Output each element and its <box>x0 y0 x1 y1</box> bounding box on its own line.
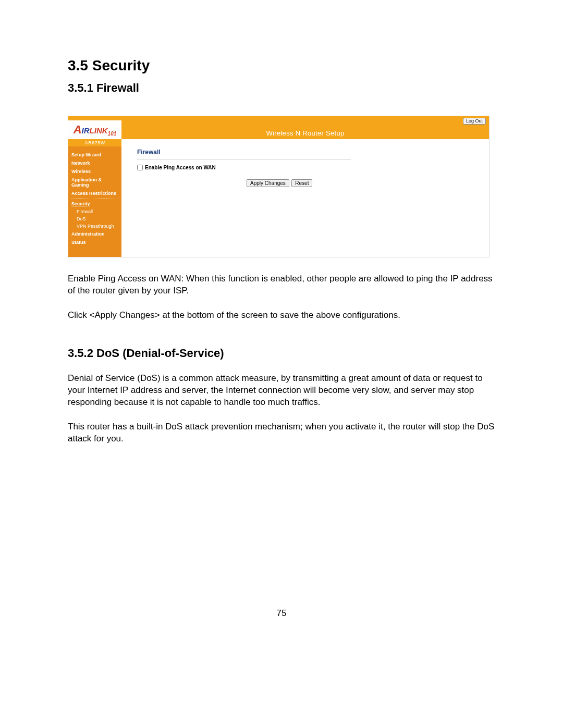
subsection-title-dos: 3.5.2 DoS (Denial-of-Service) <box>68 347 495 360</box>
ping-access-row[interactable]: Enable Ping Access on WAN <box>137 165 473 170</box>
model-label: AR675W <box>68 139 121 146</box>
paragraph-dos-desc: Denial of Service (DoS) is a common atta… <box>68 373 495 409</box>
subsection-title-firewall: 3.5.1 Firewall <box>68 81 495 95</box>
logout-button[interactable]: Log Out <box>463 118 486 125</box>
sidebar-item-status[interactable]: Status <box>71 238 118 246</box>
sidebar: AR675W Setup Wizard Network Wireless App… <box>68 139 121 257</box>
router-content: Firewall Enable Ping Access on WAN Apply… <box>121 139 489 257</box>
sidebar-item-network[interactable]: Network <box>71 159 118 167</box>
sidebar-item-administration[interactable]: Administration <box>71 230 118 238</box>
airlink-logo: AIRLINK101 <box>74 123 117 137</box>
section-title: 3.5 Security <box>68 57 495 74</box>
content-title: Firewall <box>137 149 473 156</box>
sidebar-item-app-gaming[interactable]: Application & Gaming <box>71 176 118 189</box>
sidebar-subitem-dos[interactable]: DoS <box>71 215 118 223</box>
sidebar-item-access-restrictions[interactable]: Access Restrictions <box>71 189 118 198</box>
sidebar-item-wireless[interactable]: Wireless <box>71 167 118 176</box>
ping-access-checkbox[interactable] <box>137 165 143 170</box>
content-divider <box>137 159 351 159</box>
paragraph-ping-desc: Enable Ping Access on WAN: When this fun… <box>68 273 495 297</box>
sidebar-subitem-firewall[interactable]: Firewall <box>71 208 118 215</box>
apply-changes-button[interactable]: Apply Changes <box>247 179 289 187</box>
top-strip: Log Out <box>68 116 489 120</box>
header-band: Wireless N Router Setup <box>121 120 489 139</box>
reset-button[interactable]: Reset <box>291 179 312 187</box>
ping-access-label: Enable Ping Access on WAN <box>145 165 216 170</box>
divider <box>71 198 118 199</box>
paragraph-dos-prevention: This router has a built-in DoS attack pr… <box>68 421 495 445</box>
router-screenshot: Log Out AIRLINK101 Wireless N Router Set… <box>68 116 489 257</box>
paragraph-apply-desc: Click <Apply Changes> at the bottom of t… <box>68 310 495 322</box>
header-title: Wireless N Router Setup <box>266 129 345 137</box>
page-number: 75 <box>0 608 563 619</box>
sidebar-item-security[interactable]: Security <box>71 200 118 208</box>
sidebar-subitem-vpn[interactable]: VPN Passthrough <box>71 223 118 230</box>
nav: Setup Wizard Network Wireless Applicatio… <box>68 146 121 257</box>
logo-cell: AIRLINK101 <box>68 120 121 139</box>
router-header: AIRLINK101 Wireless N Router Setup <box>68 120 489 139</box>
button-row: Apply Changes Reset <box>137 178 473 187</box>
sidebar-item-setup-wizard[interactable]: Setup Wizard <box>71 151 118 159</box>
